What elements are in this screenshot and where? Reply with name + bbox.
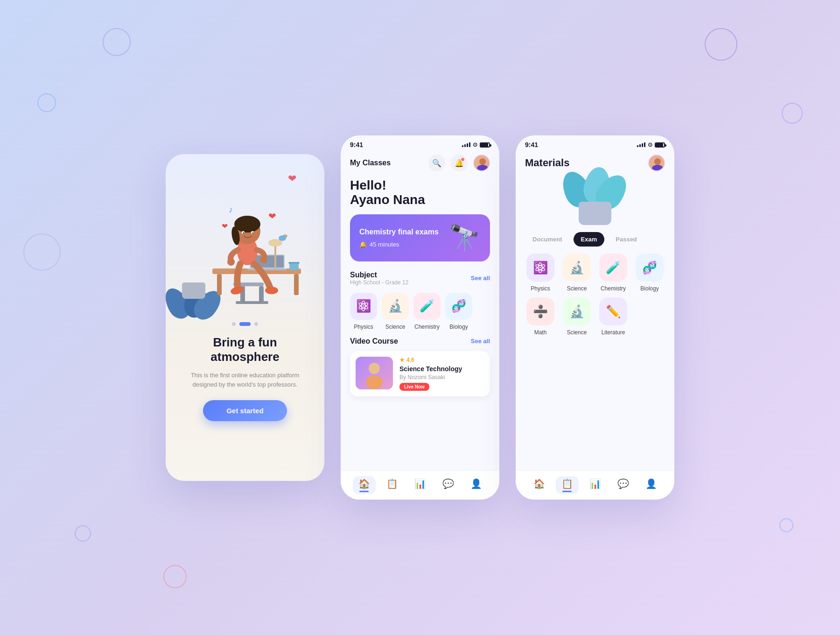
tab-passed[interactable]: Passed [608, 232, 644, 247]
subject-title: Subject [350, 271, 408, 279]
my-classes-screen: 9:41 ⊙ My Classes 🔍 🔔 [341, 135, 499, 500]
svg-rect-1 [217, 274, 222, 295]
video-title: Science Technology [399, 365, 484, 373]
heart-decoration: ❤ [288, 173, 296, 185]
subject-section-title: Subject High School - Grade 12 [350, 271, 408, 286]
nav-stats[interactable]: 📊 [409, 476, 432, 494]
mat-literature-label: Literature [602, 329, 625, 336]
nav-stats-3[interactable]: 📊 [584, 476, 607, 494]
illustration-area: ❤ ❤ ♪ ❤ [166, 154, 324, 313]
svg-rect-2 [294, 274, 299, 295]
mat-science-icon: 🔬 [563, 254, 591, 282]
svg-point-19 [243, 233, 245, 234]
svg-point-34 [479, 158, 486, 165]
signal-bar-1 [637, 145, 638, 147]
svg-point-37 [369, 363, 380, 374]
reminder-icon: 🔔 [359, 241, 367, 248]
promo-banner[interactable]: Chemistry final exams 🔔 45 minutes 🔭 [350, 214, 490, 261]
plant-illustration [516, 178, 674, 225]
mat-item-physics[interactable]: ⚛️ Physics [525, 254, 556, 292]
mat-literature-icon: ✏️ [599, 297, 627, 325]
pagination-dots [180, 322, 310, 326]
notification-button[interactable]: 🔔 [451, 155, 468, 171]
signal-icon-3 [637, 142, 645, 147]
header-title: My Classes [350, 159, 391, 167]
video-section-header: Video Course See all [350, 337, 490, 346]
avatar-3[interactable] [648, 155, 665, 171]
mat-item-science2[interactable]: 🔬 Science [561, 297, 592, 336]
dot-3 [254, 322, 258, 326]
nav-messages-3[interactable]: 💬 [612, 476, 635, 494]
wifi-icon-3: ⊙ [648, 141, 652, 148]
nav-profile-3[interactable]: 👤 [640, 476, 663, 494]
nav-courses[interactable]: 📋 [381, 476, 404, 494]
mat-chemistry-icon: 🧪 [599, 254, 627, 282]
battery-fill-3 [656, 143, 663, 147]
status-time: 9:41 [350, 141, 363, 148]
video-section-title: Video Course [350, 337, 398, 346]
promo-reminder: 🔔 45 minutes [359, 241, 439, 248]
mat-item-biology[interactable]: 🧬 Biology [634, 254, 665, 292]
status-icons: ⊙ [462, 141, 490, 148]
video-info: ★ 4.6 Science Technology By Nozomi Sasak… [399, 357, 484, 391]
star-icon: ★ [399, 357, 405, 363]
subject-item-science[interactable]: 🔬 Science [382, 293, 409, 330]
dot-1 [232, 322, 236, 326]
mat-item-math[interactable]: ➗ Math [525, 297, 556, 336]
materials-row-1: ⚛️ Physics 🔬 Science 🧪 Chemistry 🧬 Biolo… [516, 254, 674, 292]
onboarding-subtitle: This is the first online education platf… [180, 371, 310, 389]
svg-text:♪: ♪ [229, 205, 233, 214]
onboarding-text-area: Bring a fun atmosphere This is the first… [166, 313, 324, 481]
avatar[interactable] [473, 155, 490, 171]
signal-bar-3 [467, 143, 468, 147]
status-time-3: 9:41 [525, 141, 538, 148]
greeting-section: Hello! Ayano Nana [341, 178, 499, 214]
svg-point-32 [285, 235, 287, 237]
greeting-line1: Hello! [350, 178, 490, 193]
battery-icon-3 [655, 142, 665, 148]
svg-text:❤: ❤ [268, 211, 276, 221]
video-thumb-image [356, 357, 393, 389]
onboarding-title: Bring a fun atmosphere [180, 335, 310, 364]
video-see-all[interactable]: See all [471, 338, 490, 345]
status-icons-3: ⊙ [637, 141, 665, 148]
greeting-line2: Ayano Nana [350, 193, 490, 207]
status-bar: 9:41 ⊙ [341, 135, 499, 152]
physics-icon-box: ⚛️ [350, 293, 377, 320]
subject-subtitle: High School - Grade 12 [350, 279, 408, 286]
nav-home-3[interactable]: 🏠 [528, 476, 551, 494]
subject-see-all[interactable]: See all [471, 275, 490, 282]
nav-profile[interactable]: 👤 [465, 476, 488, 494]
svg-point-21 [227, 258, 235, 266]
get-started-button[interactable]: Get started [203, 400, 287, 421]
status-bar-3: 9:41 ⊙ [516, 135, 674, 152]
subject-item-biology[interactable]: 🧬 Biology [445, 293, 472, 330]
mat-science-label: Science [567, 285, 587, 292]
subject-grid: ⚛️ Physics 🔬 Science 🧪 Chemistry 🧬 Biolo… [350, 293, 490, 330]
signal-bar-4 [469, 142, 470, 147]
tab-exam[interactable]: Exam [574, 232, 605, 247]
bottom-navigation-3: 🏠 📋 📊 💬 👤 [516, 470, 674, 500]
mat-item-science[interactable]: 🔬 Science [561, 254, 592, 292]
svg-point-24 [265, 287, 278, 294]
subject-item-physics[interactable]: ⚛️ Physics [350, 293, 377, 330]
tab-document[interactable]: Document [525, 232, 570, 247]
promo-title: Chemistry final exams [359, 227, 439, 236]
chemistry-icon-box: 🧪 [413, 293, 441, 320]
screen2-header: My Classes 🔍 🔔 [341, 152, 499, 178]
video-card[interactable]: ★ 4.6 Science Technology By Nozomi Sasak… [350, 351, 490, 396]
svg-point-38 [366, 375, 383, 389]
chemistry-label: Chemistry [414, 324, 440, 330]
subject-item-chemistry[interactable]: 🧪 Chemistry [413, 293, 441, 330]
nav-home[interactable]: 🏠 [353, 476, 376, 494]
nav-courses-3[interactable]: 📋 [556, 476, 579, 494]
mat-item-chemistry[interactable]: 🧪 Chemistry [598, 254, 629, 292]
svg-rect-6 [236, 301, 268, 304]
video-thumbnail [356, 357, 393, 389]
physics-label: Physics [354, 324, 373, 330]
svg-point-22 [260, 256, 267, 263]
materials-title: Materials [525, 157, 569, 169]
nav-messages[interactable]: 💬 [437, 476, 460, 494]
mat-item-literature[interactable]: ✏️ Literature [598, 297, 629, 336]
search-button[interactable]: 🔍 [428, 155, 445, 171]
